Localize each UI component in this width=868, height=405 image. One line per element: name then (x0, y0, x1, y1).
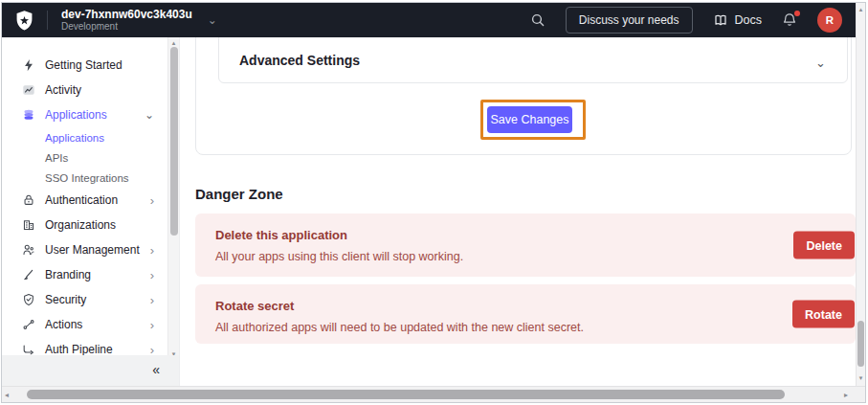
scroll-up-icon[interactable]: ▴ (168, 39, 179, 47)
activity-icon (21, 83, 35, 98)
sidebar-item-activity[interactable]: Activity (2, 78, 179, 102)
sidebar-subitem-sso-integrations[interactable]: SSO Integrations (2, 168, 179, 188)
sidebar-item-security[interactable]: Security › (2, 287, 179, 312)
user-avatar[interactable]: R (817, 8, 842, 33)
sidebar-item-actions[interactable]: Actions › (2, 312, 179, 337)
notifications-button[interactable] (782, 12, 797, 28)
sidebar-subitem-apis[interactable]: APIs (2, 147, 179, 168)
sidebar-scrollbar[interactable]: ▴ ▾ (167, 37, 179, 361)
scroll-right-icon[interactable]: ▸ (844, 391, 848, 399)
main-content: Advanced Settings ⌄ Save Changes Danger … (179, 37, 856, 386)
sidebar-collapse-button[interactable]: « (146, 360, 166, 379)
sidebar-item-applications[interactable]: Applications ⌄ (2, 102, 179, 127)
sidebar: Getting Started Activity (2, 37, 179, 386)
top-navigation-bar: dev-7hxnnw60vc3k403u Development ⌄ Discu… (2, 3, 856, 37)
chevron-right-icon: › (150, 268, 154, 282)
sidebar-item-branding[interactable]: Branding › (2, 262, 179, 287)
page-vertical-scrollbar[interactable]: ▴ ▾ (856, 3, 865, 386)
advanced-settings-section[interactable]: Advanced Settings ⌄ (218, 37, 848, 83)
content-row: Getting Started Activity (2, 37, 856, 386)
delete-application-description: All your apps using this client will sto… (215, 249, 856, 264)
chevron-down-icon: ⌄ (145, 108, 154, 122)
chevron-right-icon: › (150, 343, 154, 356)
page-horizontal-scrollbar[interactable]: ◂ ▸ (2, 386, 865, 402)
chevron-right-icon: › (150, 193, 154, 208)
flow-icon (21, 318, 35, 332)
danger-zone-heading: Danger Zone (195, 186, 283, 202)
scroll-left-icon[interactable]: ◂ (5, 391, 9, 399)
sidebar-scrollbar-thumb[interactable] (170, 47, 178, 236)
tenant-name: dev-7hxnnw60vc3k403u (61, 8, 192, 21)
sidebar-footer: « (2, 355, 179, 386)
rotate-secret-title: Rotate secret (215, 299, 856, 314)
shield-check-icon (21, 293, 35, 307)
rotate-secret-card: Rotate secret All authorized apps will n… (195, 284, 856, 344)
sidebar-nav: Getting Started Activity (2, 37, 179, 355)
save-changes-button[interactable]: Save Changes (487, 106, 572, 133)
scroll-down-icon[interactable]: ▾ (857, 374, 865, 382)
lightning-icon (21, 58, 35, 73)
auth0-logo[interactable] (15, 11, 33, 31)
vertical-scrollbar-thumb[interactable] (857, 321, 864, 367)
sidebar-item-organizations[interactable]: Organizations (2, 213, 179, 237)
chevron-right-icon: › (150, 293, 154, 307)
browser-window: dev-7hxnnw60vc3k403u Development ⌄ Discu… (1, 2, 866, 403)
sidebar-item-auth-pipeline[interactable]: Auth Pipeline › (2, 337, 179, 355)
sidebar-item-authentication[interactable]: Authentication › (2, 188, 179, 213)
applications-icon (21, 108, 35, 123)
brush-icon (21, 268, 35, 282)
chevron-right-icon: › (150, 243, 154, 258)
discuss-your-needs-button[interactable]: Discuss your needs (566, 7, 693, 34)
rotate-button[interactable]: Rotate (792, 301, 855, 328)
sidebar-item-getting-started[interactable]: Getting Started (2, 53, 179, 78)
scroll-up-icon[interactable]: ▴ (857, 6, 865, 13)
delete-button[interactable]: Delete (793, 232, 855, 259)
horizontal-scrollbar-thumb[interactable] (27, 390, 785, 399)
delete-application-card: Delete this application All your apps us… (195, 214, 856, 277)
users-icon (21, 243, 35, 258)
pipeline-icon (21, 343, 35, 356)
notification-badge (794, 11, 800, 16)
advanced-settings-title: Advanced Settings (239, 53, 360, 68)
docs-link[interactable]: Docs (713, 12, 762, 28)
tenant-environment: Development (61, 21, 192, 33)
delete-application-title: Delete this application (215, 228, 856, 243)
topbar-divider (47, 11, 48, 30)
rotate-secret-description: All authorized apps will need to be upda… (215, 320, 856, 335)
chevron-down-icon: ⌄ (208, 15, 217, 25)
tenant-switcher[interactable]: dev-7hxnnw60vc3k403u Development ⌄ (61, 8, 217, 33)
sidebar-subitem-applications[interactable]: Applications (2, 127, 179, 147)
shield-star-icon (15, 11, 33, 31)
lock-icon (21, 193, 35, 208)
sidebar-item-user-management[interactable]: User Management › (2, 237, 179, 262)
search-icon[interactable] (530, 12, 545, 28)
organization-icon (21, 218, 35, 233)
docs-label: Docs (735, 13, 762, 27)
book-icon (713, 12, 728, 28)
chevron-down-icon[interactable]: ⌄ (815, 56, 826, 70)
chevron-right-icon: › (150, 318, 154, 332)
